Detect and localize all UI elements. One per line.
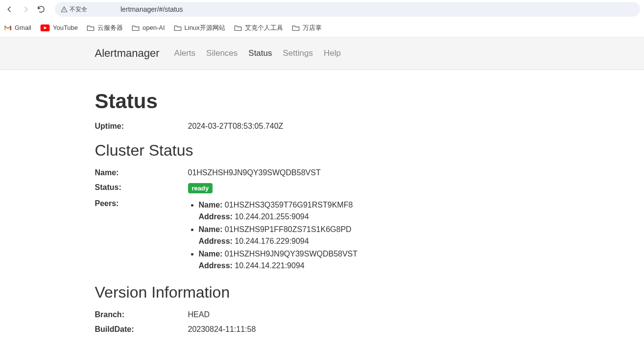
peer-name-label: Name: bbox=[199, 201, 223, 209]
insecure-badge: 不安全 bbox=[61, 5, 87, 14]
uptime-label: Uptime: bbox=[95, 122, 188, 131]
bookmark-label: 艾克个人工具 bbox=[245, 23, 283, 32]
app-navbar: Alertmanager AlertsSilencesStatusSetting… bbox=[0, 37, 644, 70]
forward-button[interactable] bbox=[20, 3, 31, 15]
version-heading: Version Information bbox=[95, 283, 549, 302]
page-title: Status bbox=[95, 90, 549, 113]
peer-name-value: 01HSZHSH9JN9QY39SWQDB58VST bbox=[225, 250, 358, 258]
folder-icon bbox=[132, 24, 140, 31]
bookmark-label: Linux开源网站 bbox=[185, 23, 225, 32]
peer-name-label: Name: bbox=[199, 225, 223, 233]
page-content: Status Uptime: 2024-03-27T08:53:05.740Z … bbox=[87, 70, 557, 349]
nav-link-status[interactable]: Status bbox=[248, 48, 272, 58]
reload-icon bbox=[37, 5, 46, 14]
peer-address-value: 10.244.14.221:9094 bbox=[235, 261, 304, 270]
bookmark-label: 云服务器 bbox=[97, 23, 123, 32]
nav-link-settings[interactable]: Settings bbox=[283, 48, 313, 58]
bookmark-item[interactable]: 万店掌 bbox=[292, 23, 322, 32]
peer-address-value: 10.244.201.255:9094 bbox=[235, 212, 309, 221]
status-badge: ready bbox=[188, 183, 213, 193]
bookmark-item[interactable]: 云服务器 bbox=[87, 23, 123, 32]
folder-icon bbox=[174, 24, 182, 31]
insecure-label: 不安全 bbox=[70, 5, 87, 14]
gmail-icon bbox=[4, 25, 12, 31]
bookmark-label: open-AI bbox=[143, 24, 165, 31]
address-bar[interactable]: 不安全 lertmanager/#/status bbox=[55, 2, 640, 17]
peer-name-label: Name: bbox=[199, 250, 223, 258]
cluster-name-value: 01HSZHSH9JN9QY39SWQDB58VST bbox=[188, 168, 549, 177]
cluster-name-label: Name: bbox=[95, 168, 188, 177]
browser-toolbar: 不安全 lertmanager/#/status bbox=[0, 0, 644, 19]
peers-list: Name: 01HSZHS3Q359T76G91RST9KMF8Address:… bbox=[188, 199, 549, 272]
bookmark-label: Gmail bbox=[15, 24, 31, 31]
arrow-left-icon bbox=[5, 5, 14, 14]
youtube-icon bbox=[40, 24, 50, 31]
folder-icon bbox=[234, 24, 242, 31]
branch-value: HEAD bbox=[188, 310, 549, 319]
nav-link-help[interactable]: Help bbox=[324, 48, 341, 58]
bookmark-item[interactable]: Linux开源网站 bbox=[174, 23, 225, 32]
peer-item: Name: 01HSZHS9P1FF80ZS71S1K6G8PDAddress:… bbox=[199, 224, 549, 247]
peers-label: Peers: bbox=[95, 199, 188, 273]
peer-address-label: Address: bbox=[199, 261, 233, 270]
builddate-label: BuildDate: bbox=[95, 325, 188, 334]
bookmark-label: 万店掌 bbox=[303, 23, 322, 32]
bookmark-item[interactable]: open-AI bbox=[132, 24, 165, 31]
peer-name-value: 01HSZHS3Q359T76G91RST9KMF8 bbox=[225, 201, 353, 209]
cluster-status-label: Status: bbox=[95, 183, 188, 193]
nav-link-alerts[interactable]: Alerts bbox=[174, 48, 195, 58]
bookmark-item[interactable]: Gmail bbox=[4, 24, 31, 31]
warning-icon bbox=[61, 6, 68, 13]
peer-address-label: Address: bbox=[199, 237, 233, 245]
arrow-right-icon bbox=[21, 5, 30, 14]
uptime-value: 2024-03-27T08:53:05.740Z bbox=[188, 122, 549, 131]
branch-label: Branch: bbox=[95, 310, 188, 319]
peer-item: Name: 01HSZHSH9JN9QY39SWQDB58VSTAddress:… bbox=[199, 248, 549, 272]
folder-icon bbox=[87, 24, 95, 31]
reload-button[interactable] bbox=[35, 3, 47, 15]
bookmark-item[interactable]: 艾克个人工具 bbox=[234, 23, 283, 32]
bookmark-label: YouTube bbox=[53, 24, 78, 31]
peer-item: Name: 01HSZHS3Q359T76G91RST9KMF8Address:… bbox=[199, 199, 549, 223]
cluster-status-heading: Cluster Status bbox=[95, 141, 549, 160]
peer-address-label: Address: bbox=[199, 212, 233, 221]
builddate-value: 20230824-11:11:58 bbox=[188, 325, 549, 334]
url-text: lertmanager/#/status bbox=[120, 5, 183, 13]
bookmarks-bar: GmailYouTube云服务器open-AILinux开源网站艾克个人工具万店… bbox=[0, 19, 644, 37]
bookmark-item[interactable]: YouTube bbox=[40, 24, 78, 31]
folder-icon bbox=[292, 24, 300, 31]
peer-name-value: 01HSZHS9P1FF80ZS71S1K6G8PD bbox=[225, 225, 352, 233]
brand[interactable]: Alertmanager bbox=[95, 47, 160, 60]
nav-link-silences[interactable]: Silences bbox=[206, 48, 238, 58]
back-button[interactable] bbox=[4, 3, 16, 15]
peer-address-value: 10.244.176.229:9094 bbox=[235, 237, 309, 245]
